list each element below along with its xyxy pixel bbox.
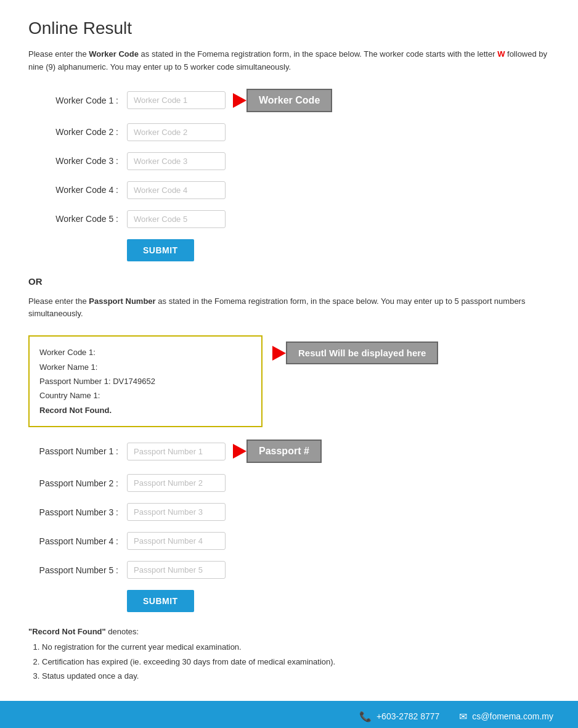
passport-annotation: Passport # — [233, 440, 322, 463]
result-wrapper: Worker Code 1: Worker Name 1: Passport N… — [28, 335, 550, 427]
result-annotation: Resutl Will be displayed here — [272, 342, 438, 364]
footer-phone-number: +603-2782 8777 — [377, 711, 439, 721]
footer-email-address: cs@fomema.com.my — [472, 711, 553, 721]
passport-number-5-row: Passport Number 5 : — [28, 561, 550, 579]
footer-notes-intro: "Record Not Found" denotes: — [28, 627, 550, 636]
footer-notes-list: No registration for the current year med… — [42, 641, 550, 682]
worker-code-annotation: Worker Code — [233, 89, 332, 112]
worker-code-5-row: Worker Code 5 : — [28, 210, 550, 228]
passport-number-2-row: Passport Number 2 : — [28, 474, 550, 492]
passport-number-3-input[interactable] — [127, 503, 226, 521]
passport-annotation-box: Passport # — [246, 440, 322, 463]
worker-submit-button[interactable]: SUBMIT — [127, 239, 194, 261]
worker-code-1-row: Worker Code 1 : Worker Code — [28, 89, 550, 112]
passport-form-section: Passport Number 1 : Passport # Passport … — [28, 440, 550, 612]
worker-code-5-label: Worker Code 5 : — [28, 214, 127, 224]
footer-note-3: Status updated once a day. — [42, 670, 550, 682]
result-line-1: Worker Code 1: — [39, 345, 251, 359]
page-footer: 📞 +603-2782 8777 ✉ cs@fomema.com.my — [0, 701, 578, 728]
worker-form-section: Worker Code 1 : Worker Code Worker Code … — [28, 89, 550, 261]
worker-code-2-row: Worker Code 2 : — [28, 123, 550, 141]
worker-code-2-input[interactable] — [127, 123, 226, 141]
page-title: Online Result — [28, 18, 550, 38]
passport-number-4-row: Passport Number 4 : — [28, 532, 550, 550]
footer-email: ✉ cs@fomema.com.my — [459, 711, 553, 722]
result-line-5: Record Not Found. — [39, 403, 251, 417]
worker-code-3-label: Worker Code 3 : — [28, 156, 127, 166]
worker-code-3-input[interactable] — [127, 152, 226, 170]
passport-arrow-icon — [233, 444, 246, 459]
passport-number-2-input[interactable] — [127, 474, 226, 492]
passport-number-4-input[interactable] — [127, 532, 226, 550]
worker-intro-text: Please enter the Worker Code as stated i… — [28, 48, 550, 74]
worker-code-4-input[interactable] — [127, 181, 226, 199]
worker-code-5-input[interactable] — [127, 210, 226, 228]
footer-note-2: Certification has expired (ie. exceeding… — [42, 656, 550, 668]
arrow-icon — [233, 93, 246, 108]
email-icon: ✉ — [459, 711, 467, 722]
worker-code-annotation-box: Worker Code — [246, 89, 332, 112]
passport-number-5-input[interactable] — [127, 561, 226, 579]
phone-icon: 📞 — [359, 711, 372, 722]
worker-code-1-input[interactable] — [127, 91, 226, 109]
passport-number-4-label: Passport Number 4 : — [28, 536, 127, 546]
worker-code-3-row: Worker Code 3 : — [28, 152, 550, 170]
result-arrow-icon — [272, 346, 286, 361]
passport-number-1-row: Passport Number 1 : Passport # — [28, 440, 550, 463]
footer-notes: "Record Not Found" denotes: No registrat… — [28, 627, 550, 682]
result-annotation-box: Resutl Will be displayed here — [286, 342, 438, 364]
worker-code-4-row: Worker Code 4 : — [28, 181, 550, 199]
result-box: Worker Code 1: Worker Name 1: Passport N… — [28, 335, 263, 427]
or-divider: OR — [28, 276, 550, 287]
footer-note-1: No registration for the current year med… — [42, 641, 550, 653]
worker-code-1-label: Worker Code 1 : — [28, 96, 127, 105]
worker-code-4-label: Worker Code 4 : — [28, 185, 127, 195]
passport-intro-text: Please enter the Passport Number as stat… — [28, 295, 550, 321]
footer-phone: 📞 +603-2782 8777 — [359, 711, 439, 722]
passport-number-3-row: Passport Number 3 : — [28, 503, 550, 521]
worker-code-2-label: Worker Code 2 : — [28, 127, 127, 137]
result-line-4: Country Name 1: — [39, 388, 251, 403]
passport-submit-button[interactable]: SUBMIT — [127, 590, 194, 612]
passport-number-5-label: Passport Number 5 : — [28, 565, 127, 575]
passport-number-1-input[interactable] — [127, 443, 226, 460]
passport-number-2-label: Passport Number 2 : — [28, 478, 127, 488]
passport-number-3-label: Passport Number 3 : — [28, 507, 127, 517]
result-line-2: Worker Name 1: — [39, 360, 251, 374]
result-line-3: Passport Number 1: DV1749652 — [39, 374, 251, 388]
passport-number-1-label: Passport Number 1 : — [28, 446, 127, 456]
